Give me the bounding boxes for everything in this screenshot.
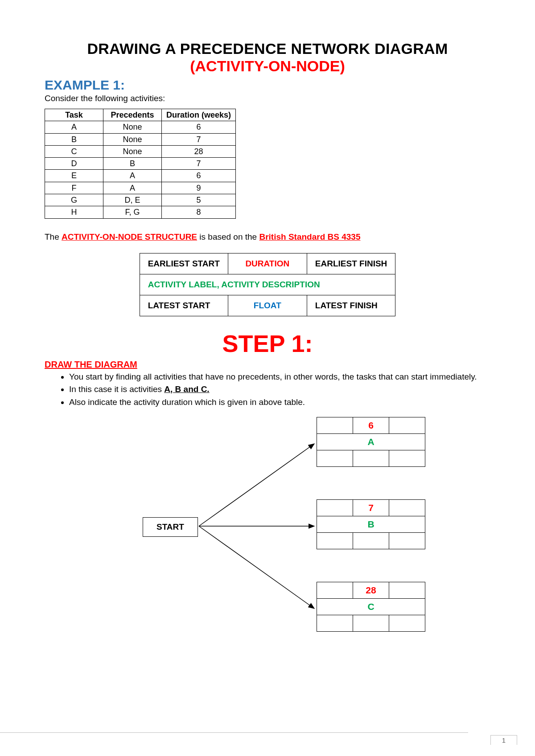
cell-earliest-finish: EARLIEST FINISH — [307, 253, 395, 274]
svg-line-1 — [199, 444, 314, 526]
activity-node-c: 28 C — [317, 582, 425, 632]
cell-float: FLOAT — [228, 295, 307, 316]
draw-diagram-heading: DRAW THE DIAGRAM — [45, 360, 490, 370]
subtitle: (ACTIVITY-ON-NODE) — [45, 57, 490, 75]
cell-earliest-start: EARLIEST START — [140, 253, 228, 274]
cell-latest-start: LATEST START — [140, 295, 228, 316]
page-number: 1 — [490, 735, 517, 745]
cell-duration: DURATION — [228, 253, 307, 274]
cell-latest-finish: LATEST FINISH — [307, 295, 395, 316]
svg-line-3 — [199, 526, 314, 609]
table-row: HF, G8 — [45, 206, 236, 218]
table-row: GD, E5 — [45, 194, 236, 206]
precedence-diagram: START 6 A 7 B 28 C — [67, 417, 468, 644]
step-heading: STEP 1: — [45, 330, 490, 357]
table-row: CNone28 — [45, 145, 236, 157]
intro-text: Consider the following activities: — [45, 94, 490, 103]
table-row: ANone6 — [45, 121, 236, 133]
col-task: Task — [45, 109, 103, 121]
list-item: In this case it is activities A, B and C… — [69, 384, 490, 395]
col-duration: Duration (weeks) — [162, 109, 236, 121]
start-node: START — [143, 517, 198, 537]
table-row: DB7 — [45, 158, 236, 170]
list-item: Also indicate the activity duration whic… — [69, 397, 490, 408]
instruction-list: You start by finding all activities that… — [45, 372, 490, 408]
structure-term: ACTIVITY-ON-NODE STRUCTURE — [62, 232, 197, 241]
structure-intro: The ACTIVITY-ON-NODE STRUCTURE is based … — [45, 232, 490, 242]
col-precedents: Precedents — [103, 109, 162, 121]
document-page: DRAWING A PRECEDENCE NETWORK DIAGRAM (AC… — [0, 0, 535, 756]
cell-activity-label: ACTIVITY LABEL, ACTIVITY DESCRIPTION — [140, 274, 395, 295]
main-title: DRAWING A PRECEDENCE NETWORK DIAGRAM — [45, 40, 490, 57]
example-heading: EXAMPLE 1: — [45, 78, 490, 93]
table-row: EA6 — [45, 170, 236, 182]
activities-table: Task Precedents Duration (weeks) ANone6 … — [45, 109, 236, 219]
structure-standard: British Standard BS 4335 — [259, 232, 360, 241]
list-item: You start by finding all activities that… — [69, 372, 490, 383]
node-structure-table: EARLIEST START DURATION EARLIEST FINISH … — [140, 253, 396, 316]
footer-rule — [0, 732, 468, 733]
table-row: BNone7 — [45, 133, 236, 145]
activity-node-a: 6 A — [317, 417, 425, 467]
activity-node-b: 7 B — [317, 499, 425, 549]
table-row: FA9 — [45, 182, 236, 194]
